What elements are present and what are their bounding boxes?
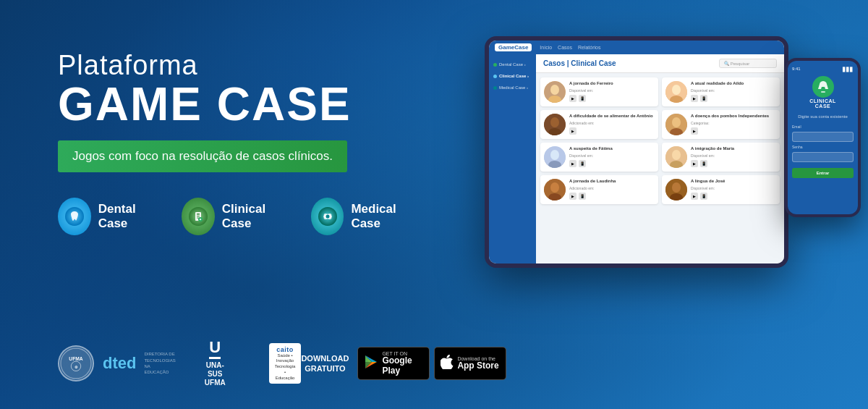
card-action-icon[interactable]: 📱	[700, 193, 707, 200]
phone-app-name: CLINICALCASE	[809, 98, 836, 109]
card-action-icon[interactable]: ▶	[691, 95, 698, 102]
card-action-icon[interactable]: 📱	[700, 95, 707, 102]
app-main: Casos | Clinical Case 🔍 Pesquisar	[536, 54, 784, 263]
card-title-2: A atual realidade do Aildo	[691, 81, 776, 87]
card-item[interactable]: A suspeita de Fátima Disponível em: ▶ 📱	[540, 143, 658, 172]
card-actions-7: ▶ 📱	[569, 193, 655, 200]
svg-point-13	[326, 214, 329, 218]
card-action-icon[interactable]: 📱	[579, 160, 586, 167]
card-avatar-1	[544, 81, 566, 103]
google-play-icon	[364, 355, 378, 373]
app-content: Dental Case › Clinical Case › Medical Ca…	[489, 54, 784, 263]
card-avatar-2	[665, 81, 687, 103]
card-meta-2: Disponível em:	[691, 88, 776, 93]
card-item[interactable]: A jornada do Ferreiro Disponível em: ▶ 📱	[540, 77, 658, 106]
card-title-3: A dificuldade de se alimentar de Antônio	[569, 114, 655, 119]
app-logo-tag: GameCase	[495, 43, 532, 51]
card-action-icon[interactable]: ▶	[569, 160, 576, 167]
sidebar-clinical-case[interactable]: Clinical Case ›	[492, 72, 533, 80]
phone-login-button[interactable]: Entrar	[792, 168, 854, 178]
app-search-bar[interactable]: 🔍 Pesquisar	[719, 59, 777, 68]
card-item[interactable]: A dificuldade de se alimentar de Antônio…	[540, 110, 658, 139]
subtitle-bar: Jogos com foco na resolução de casos clí…	[58, 140, 347, 172]
phone-email-input[interactable]	[792, 132, 854, 142]
cards-grid: A jornada do Ferreiro Disponível em: ▶ 📱	[536, 73, 784, 208]
card-meta-6: Disponível em:	[691, 153, 776, 158]
medical-case-label: Medical Case	[351, 202, 420, 231]
svg-point-32	[672, 117, 681, 127]
right-panel: GameCase Início Casos Relatórios	[463, 0, 868, 409]
phone-screen: 9:41 ▊▊▊ CLINICALCASE Digite sua conta e…	[788, 61, 858, 214]
clinical-case-item: Clinical Case	[182, 198, 289, 235]
sidebar-medical-label: Medical Case ›	[499, 85, 528, 90]
sidebar-medical-case[interactable]: Medical Case ›	[492, 83, 533, 92]
google-play-button[interactable]: GET IT ON Google Play	[357, 347, 430, 379]
card-item[interactable]: A língua de José Disponível em: ▶ 📱	[662, 175, 780, 204]
phone-status-bar: 9:41 ▊▊▊	[792, 67, 854, 72]
svg-point-23	[550, 85, 559, 95]
card-title-4: A doença dos pombos Independentes	[691, 114, 776, 119]
card-title-8: A língua de José	[691, 179, 776, 185]
card-action-icon[interactable]: 📱	[579, 95, 586, 102]
card-info-4: A doença dos pombos Independentes Catego…	[691, 114, 776, 135]
card-info-7: A jornada de Laudinha Adicionado em: ▶ 📱	[569, 179, 655, 200]
card-avatar-4	[665, 114, 687, 135]
svg-point-41	[550, 182, 559, 193]
card-meta-7: Adicionado em:	[569, 186, 655, 190]
app-sidebar: Dental Case › Clinical Case › Medical Ca…	[489, 54, 536, 263]
download-label: DOWNLOADGRATUITO	[301, 353, 349, 374]
app-nav-inicio: Início	[540, 45, 552, 50]
card-item[interactable]: A imigração de Maria Disponível em: ▶ 📱	[662, 143, 780, 172]
card-meta-1: Disponível em:	[569, 88, 655, 93]
card-info-1: A jornada do Ferreiro Disponível em: ▶ 📱	[569, 81, 655, 102]
caito-logo-group: caito Saúde • InovaçãoTecnologia • Educa…	[269, 343, 302, 384]
card-action-icon[interactable]: ▶	[569, 95, 576, 102]
card-title-7: A jornada de Laudinha	[569, 179, 655, 185]
card-item[interactable]: A jornada de Laudinha Adicionado em: ▶ 📱	[540, 175, 658, 204]
clinical-dot	[493, 75, 497, 78]
app-main-header: Casos | Clinical Case 🔍 Pesquisar	[536, 54, 784, 73]
phone-email-label: Email	[792, 125, 854, 129]
caito-subtitle: Saúde • InovaçãoTecnologia • Educação	[275, 353, 296, 381]
case-icons-row: Dental Case	[58, 198, 420, 235]
tablet-screen: GameCase Início Casos Relatórios	[489, 41, 784, 263]
card-action-icon[interactable]: 📱	[700, 160, 707, 167]
google-play-name: Google Play	[382, 356, 423, 375]
dental-case-item: Dental Case	[58, 198, 160, 235]
svg-rect-4	[197, 216, 200, 216]
svg-point-29	[550, 117, 559, 127]
card-actions-4: ▶	[691, 127, 776, 135]
phone-password-input[interactable]	[792, 152, 854, 162]
dental-case-label: Dental Case	[98, 202, 160, 231]
card-action-icon[interactable]: ▶	[569, 127, 576, 135]
card-action-icon[interactable]: ▶	[691, 160, 698, 167]
u-icon: U	[209, 340, 221, 359]
card-info-8: A língua de José Disponível em: ▶ 📱	[691, 179, 776, 200]
app-nav-casos: Casos	[558, 45, 572, 50]
card-meta-4: Categorias:	[691, 121, 776, 125]
card-action-icon[interactable]: ▶	[691, 127, 698, 135]
app-nav-relatorios: Relatórios	[578, 45, 601, 50]
card-info-6: A imigração de Maria Disponível em: ▶ 📱	[691, 146, 776, 167]
sidebar-dental-case[interactable]: Dental Case ›	[492, 60, 533, 69]
card-action-icon[interactable]: ▶	[691, 193, 698, 200]
clinical-case-label: Clinical Case	[222, 202, 289, 231]
card-item[interactable]: A doença dos pombos Independentes Catego…	[662, 110, 780, 139]
svg-rect-3	[197, 214, 200, 215]
plataforma-label: Plataforma	[58, 51, 420, 81]
card-action-icon[interactable]: 📱	[579, 193, 586, 200]
card-info-5: A suspeita de Fátima Disponível em: ▶ 📱	[569, 146, 655, 167]
card-action-icon[interactable]: ▶	[569, 193, 576, 200]
card-avatar-7	[544, 179, 566, 201]
phone-prompt: Digite sua conta existente	[798, 114, 848, 119]
phone-password-label: Senha	[792, 145, 854, 149]
dental-dot	[493, 63, 497, 67]
card-meta-8: Disponível em:	[691, 186, 776, 190]
card-actions-1: ▶ 📱	[569, 95, 655, 102]
phone-mockup: 9:41 ▊▊▊ CLINICALCASE Digite sua conta e…	[785, 58, 861, 217]
card-actions-5: ▶ 📱	[569, 160, 655, 167]
card-item[interactable]: A atual realidade do Aildo Disponível em…	[662, 77, 780, 106]
sidebar-dental-label: Dental Case ›	[499, 62, 526, 67]
dental-icon	[58, 198, 91, 235]
card-actions-6: ▶ 📱	[691, 160, 776, 167]
